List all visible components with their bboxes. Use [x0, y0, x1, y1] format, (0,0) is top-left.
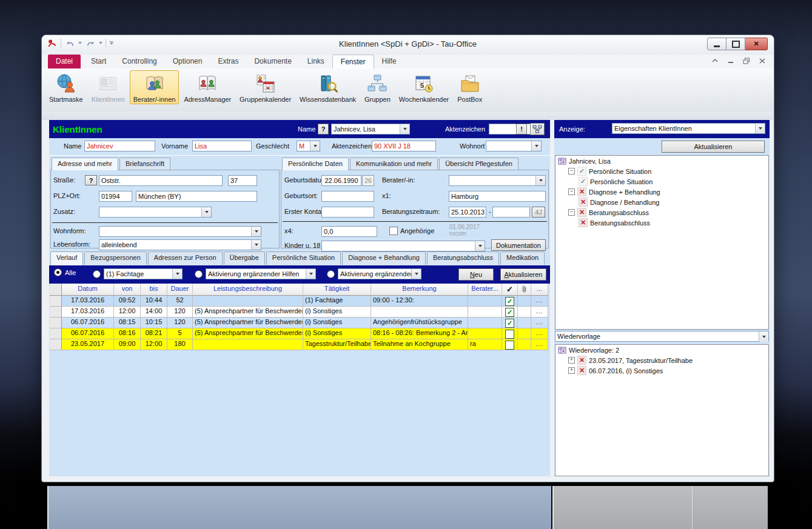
- row-more-button[interactable]: ...: [531, 339, 548, 350]
- ribbon-button-berater-innen[interactable]: Berater/-innen: [130, 70, 180, 104]
- column-header-leistungsbeschreibung[interactable]: Leistungsbeschreibung: [193, 284, 303, 296]
- ribbon-button-wochenkalender[interactable]: 5Wochenkalender: [395, 70, 452, 104]
- zeitraum-von-field[interactable]: 25.10.2013: [449, 207, 486, 218]
- chevron-down-icon[interactable]: [531, 141, 541, 151]
- zeitraum-4j-button[interactable]: 4J: [532, 207, 545, 218]
- ribbon-button-startmaske[interactable]: Startmaske: [45, 70, 87, 104]
- radio-alle-icon[interactable]: [54, 268, 62, 276]
- column-header-row-indicator[interactable]: [50, 284, 62, 296]
- geschlecht-combobox[interactable]: M: [297, 141, 320, 151]
- row-checkbox[interactable]: ✓: [505, 319, 514, 328]
- tab-übergabe[interactable]: Übergabe: [224, 251, 265, 265]
- paperclip-icon[interactable]: [518, 284, 531, 296]
- tab-bezugspersonen[interactable]: Bezugspersonen: [84, 251, 147, 265]
- ribbon-tab-controlling[interactable]: Controlling: [114, 55, 164, 68]
- table-row[interactable]: 06.07.201608:1608:215(5) Ansprechpartner…: [50, 328, 548, 339]
- radio-fachtage-icon[interactable]: [93, 270, 101, 278]
- neu-button[interactable]: Neu: [458, 268, 494, 281]
- row-more-button[interactable]: ...: [531, 328, 548, 339]
- radio-aktivierung-icon[interactable]: [195, 270, 203, 278]
- tab-übersicht-pflegestufen[interactable]: Übersicht Pflegestufen: [439, 158, 518, 170]
- tab-diagnose-behandlung[interactable]: Diagnose + Behandlung: [342, 251, 426, 265]
- ribbon-collapse-icon[interactable]: [711, 57, 719, 64]
- chevron-down-icon[interactable]: [755, 124, 765, 133]
- mdi-restore-icon[interactable]: [742, 57, 751, 64]
- strasse-field[interactable]: Oststr.: [99, 175, 223, 186]
- mdi-minimize-icon[interactable]: [726, 57, 735, 64]
- filter-aktivierung-hilfen[interactable]: Aktivierung ergänzender Hilfen: [195, 268, 316, 279]
- tab-adresse-und-mehr[interactable]: Adresse und mehr: [52, 158, 118, 170]
- column-header-datum[interactable]: Datum: [62, 284, 114, 296]
- ort-field[interactable]: München (BY): [136, 191, 257, 202]
- ribbon-tab-hilfe[interactable]: Hilfe: [374, 55, 404, 68]
- tree-item[interactable]: +✕06.07.2016, (i) Sonstiges: [555, 365, 768, 376]
- chevron-down-icon[interactable]: [411, 269, 421, 279]
- check-icon[interactable]: ✓: [502, 284, 518, 296]
- maximize-button[interactable]: [726, 38, 745, 50]
- window-titlebar[interactable]: KlientInnen <SpDi + GpDi> - Tau-Office ✕: [42, 35, 774, 55]
- geburtsort-field[interactable]: [321, 191, 374, 202]
- tab-beratungsabschluss[interactable]: Beratungsabschluss: [427, 251, 499, 265]
- tab-briefanschrift[interactable]: Briefanschrift: [119, 158, 170, 170]
- tree-item[interactable]: Wiedervorlage: 2: [555, 345, 768, 355]
- ribbon-button-postbox[interactable]: PostBox: [454, 70, 486, 104]
- erster-kontakt-field[interactable]: [321, 207, 374, 218]
- expand-icon[interactable]: +: [568, 367, 575, 374]
- filter-fachtage[interactable]: (1) Fachtage: [93, 268, 183, 279]
- ribbon-tab-dokumente[interactable]: Dokumente: [246, 55, 299, 68]
- aktivierung2-combobox[interactable]: Aktivierung ergänzender I: [338, 268, 421, 279]
- radio-aktivierung2-icon[interactable]: [327, 270, 335, 278]
- row-checkbox[interactable]: [505, 341, 514, 350]
- expand-icon[interactable]: +: [568, 357, 575, 364]
- zusatz-combobox[interactable]: [99, 207, 212, 218]
- zeitraum-bis-field[interactable]: [492, 207, 530, 218]
- chevron-down-icon[interactable]: [251, 227, 261, 236]
- tree-item[interactable]: Jahnicev, Lisa: [555, 156, 768, 166]
- orgchart-button[interactable]: [530, 123, 545, 135]
- berater-combobox[interactable]: [449, 175, 546, 186]
- ribbon-button-adressmanager[interactable]: AdressManager: [180, 70, 235, 104]
- tree-item[interactable]: −✓Persönliche Situation: [555, 166, 768, 176]
- filter-aktivierung2[interactable]: Aktivierung ergänzender I: [327, 268, 421, 279]
- aktivierung-hilfen-combobox[interactable]: Aktivierung ergänzender Hilfen: [206, 268, 316, 279]
- table-row[interactable]: 17.03.201609:5210:4452(1) Fachtage09:00 …: [50, 296, 548, 307]
- name-field[interactable]: Jahnicev: [84, 141, 155, 151]
- minimize-button[interactable]: [707, 38, 726, 50]
- row-checkbox[interactable]: [505, 330, 514, 339]
- x1-field[interactable]: Hamburg: [449, 191, 546, 202]
- ribbon-tab-start[interactable]: Start: [83, 55, 114, 68]
- x4-field[interactable]: 0,0: [321, 226, 377, 237]
- column-header-tätigkeit[interactable]: Tätigkeit: [303, 284, 371, 296]
- row-checkbox[interactable]: ✓: [505, 297, 514, 306]
- column-header-berater[interactable]: Berater...: [468, 284, 502, 296]
- tab-adressen-zur-person[interactable]: Adressen zur Person: [148, 251, 223, 265]
- tree-item[interactable]: ✕Beratungsabschluss: [555, 218, 768, 228]
- ribbon-button-gruppenkalender[interactable]: Gruppenkalender: [236, 70, 295, 104]
- aktenzeichen-field[interactable]: 90 XVII J 18: [372, 141, 436, 151]
- chevron-down-icon[interactable]: [759, 331, 768, 342]
- client-name-combobox[interactable]: Jahnicev, Lisa: [331, 124, 410, 135]
- wohnform-combobox[interactable]: [99, 226, 261, 237]
- column-header-dauer[interactable]: Dauer: [167, 284, 193, 296]
- alert-button[interactable]: !: [516, 124, 527, 135]
- collapse-icon[interactable]: −: [568, 168, 575, 175]
- table-row[interactable]: 06.07.201608:1510:15120(5) Ansprechpartn…: [50, 318, 548, 328]
- fachtage-combobox[interactable]: (1) Fachtage: [104, 268, 183, 279]
- close-button[interactable]: ✕: [745, 38, 768, 50]
- vorname-field[interactable]: Lisa: [192, 141, 252, 151]
- ribbon-button-gruppen[interactable]: Gruppen: [361, 70, 394, 104]
- ribbon-button-wissensdatenbank[interactable]: Wissensdatenbank: [296, 70, 360, 104]
- wiedervorlage-combobox[interactable]: Wiedervorlage: [555, 331, 769, 343]
- chevron-down-icon[interactable]: [251, 240, 261, 250]
- anzeige-combobox[interactable]: Eigenschaften KlientInnen: [612, 123, 765, 134]
- column-header-[interactable]: ...: [531, 284, 548, 296]
- chevron-down-icon[interactable]: [201, 207, 211, 217]
- collapse-icon[interactable]: −: [568, 188, 575, 195]
- chevron-down-icon[interactable]: [172, 269, 182, 279]
- geburtsdatum-field[interactable]: 22.06.1990: [321, 175, 361, 186]
- ribbon-tab-links[interactable]: Links: [300, 55, 332, 68]
- ribbon-tab-fenster[interactable]: Fenster: [332, 55, 374, 69]
- tab-persönliche-daten[interactable]: Persönliche Daten: [282, 158, 349, 170]
- ribbon-tab-extras[interactable]: Extras: [210, 55, 246, 68]
- tree-item[interactable]: +✕23.05.2017, Tagesstruktur/Teilhabe: [555, 355, 768, 365]
